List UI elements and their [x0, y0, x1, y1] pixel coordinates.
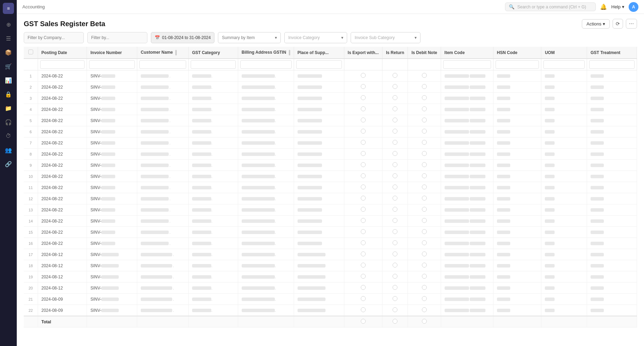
th-invoice-number[interactable]: Invoice Number	[87, 47, 137, 59]
avatar[interactable]: A	[629, 2, 638, 12]
cell-gst-treatment	[587, 126, 637, 137]
table-row[interactable]: 20 2024-08-12 SINV- . . .	[24, 283, 637, 294]
filter-invoice-number[interactable]	[89, 60, 135, 69]
cell-debit-note	[408, 82, 441, 93]
cell-gst-category: .	[188, 93, 238, 104]
cell-billing-gstin: .	[238, 70, 294, 82]
cell-place-supply	[294, 294, 344, 305]
cell-place-supply	[294, 93, 344, 104]
sidebar-icon-package[interactable]: 📦	[2, 46, 15, 59]
help-button[interactable]: Help ▾	[611, 4, 624, 9]
sidebar-icon-time[interactable]: ⏱	[2, 130, 15, 142]
table-row[interactable]: 6 2024-08-22 SINV- . . .	[24, 126, 637, 137]
cell-item-code	[441, 294, 493, 305]
sidebar-icon-chart[interactable]: 📊	[2, 74, 15, 86]
th-gst-category[interactable]: GST Category	[188, 47, 238, 59]
cell-export	[344, 271, 382, 283]
th-gst-treatment[interactable]: GST Treatment	[587, 47, 637, 59]
table-row[interactable]: 2 2024-08-22 SINV- . . .	[24, 82, 637, 93]
table-row[interactable]: 7 2024-08-22 SINV- . . .	[24, 137, 637, 149]
cell-place-supply	[294, 104, 344, 115]
cell-debit-note	[408, 249, 441, 260]
table-row[interactable]: 9 2024-08-22 SINV- . . .	[24, 160, 637, 171]
table-row[interactable]: 15 2024-08-22 SINV- . . .	[24, 227, 637, 238]
cell-hsn-code	[493, 104, 541, 115]
filter-uom[interactable]	[543, 60, 585, 69]
table-row[interactable]: 22 2024-08-09 SINV- . . .	[24, 305, 637, 316]
date-range-filter[interactable]: 📅 01-08-2024 to 31-08-2024	[151, 32, 214, 43]
table-row[interactable]: 1 2024-08-22 SINV- . . .	[24, 70, 637, 82]
th-debit-note[interactable]: Is Debit Note	[408, 47, 441, 59]
sidebar-icon-cart[interactable]: 🛒	[2, 60, 15, 73]
table-row[interactable]: 18 2024-08-12 SINV- . . .	[24, 260, 637, 271]
cell-billing-gstin: .	[238, 126, 294, 137]
refresh-button[interactable]: ⟳	[613, 19, 623, 29]
th-place-supply[interactable]: Place of Supp...	[294, 47, 344, 59]
th-uom[interactable]: UOM	[541, 47, 587, 59]
th-export[interactable]: Is Export with...	[344, 47, 382, 59]
filter-posting-date[interactable]	[40, 60, 85, 69]
sidebar-icon-users[interactable]: 👥	[2, 144, 15, 156]
summary-by-dropdown[interactable]: Summary by Item ▾	[218, 32, 281, 43]
cell-item-code	[441, 182, 493, 193]
sidebar-icon-link[interactable]: 🔗	[2, 158, 15, 170]
table-row[interactable]: 4 2024-08-22 SINV- . . .	[24, 104, 637, 115]
sidebar-icon-home[interactable]: ⊕	[2, 18, 15, 31]
th-customer-name[interactable]: Customer Name	[137, 47, 189, 59]
cell-return	[382, 137, 408, 149]
actions-button[interactable]: Actions ▾	[582, 19, 610, 29]
th-item-code[interactable]: Item Code	[441, 47, 493, 59]
cell-item-code	[441, 115, 493, 126]
bell-icon[interactable]: 🔔	[600, 3, 607, 10]
table-row[interactable]: 14 2024-08-22 SINV- . . .	[24, 216, 637, 227]
app-logo[interactable]: ≡	[3, 3, 14, 14]
table-row[interactable]: 3 2024-08-22 SINV- . . .	[24, 93, 637, 104]
refresh-icon: ⟳	[616, 21, 620, 27]
th-posting-date[interactable]: Posting Date	[38, 47, 87, 59]
filter-hsn-code[interactable]	[496, 60, 539, 69]
sidebar-icon-lock[interactable]: 🔒	[2, 88, 15, 100]
th-return[interactable]: Is Return	[382, 47, 408, 59]
cell-customer-name: .	[137, 160, 189, 171]
cell-customer-name: .	[137, 249, 189, 260]
company-filter-input[interactable]	[24, 32, 84, 43]
invoice-category-dropdown[interactable]: Invoice Category ▾	[284, 32, 347, 43]
filter-item-code[interactable]	[443, 60, 491, 69]
table-row[interactable]: 17 2024-08-12 SINV- . . .	[24, 249, 637, 260]
cell-gst-treatment	[587, 294, 637, 305]
sidebar-icon-folder[interactable]: 📁	[2, 102, 15, 114]
table-row[interactable]: 12 2024-08-22 SINV- . . .	[24, 193, 637, 204]
table-row[interactable]: 5 2024-08-22 SINV- . . .	[24, 115, 637, 126]
cell-place-supply	[294, 182, 344, 193]
cell-billing-gstin: .	[238, 249, 294, 260]
filter-billing-gstin[interactable]	[240, 60, 292, 69]
secondary-filter-input[interactable]	[87, 32, 147, 43]
filter-gst-category[interactable]	[191, 60, 236, 69]
search-bar[interactable]: 🔍 Search or type a command (Ctrl + G)	[505, 2, 596, 11]
cell-item-code	[441, 82, 493, 93]
filter-gst-treatment[interactable]	[589, 60, 635, 69]
cell-posting-date: 2024-08-12	[38, 271, 87, 283]
th-hsn-code[interactable]: HSN Code	[493, 47, 541, 59]
cell-place-supply	[294, 193, 344, 204]
cell-debit-note	[408, 171, 441, 182]
table-row[interactable]: 11 2024-08-22 SINV- . . .	[24, 182, 637, 193]
table-row[interactable]: 13 2024-08-22 SINV- . . .	[24, 204, 637, 216]
more-options-button[interactable]: ⋯	[626, 19, 637, 29]
cell-uom	[541, 305, 587, 316]
th-billing-gstin[interactable]: Billing Address GSTIN	[238, 47, 294, 59]
th-checkbox[interactable]	[24, 47, 38, 59]
table-row[interactable]: 16 2024-08-22 SINV- . . .	[24, 238, 637, 249]
invoice-sub-category-dropdown[interactable]: Invoice Sub Category ▾	[351, 32, 420, 43]
cell-posting-date: 2024-08-22	[38, 160, 87, 171]
sidebar-icon-headset[interactable]: 🎧	[2, 116, 15, 128]
data-table-container[interactable]: Posting Date Invoice Number Customer Nam…	[17, 47, 644, 346]
table-row[interactable]: 19 2024-08-12 SINV- . . .	[24, 271, 637, 283]
filter-place-supply[interactable]	[296, 60, 342, 69]
table-row[interactable]: 8 2024-08-22 SINV- . . .	[24, 149, 637, 160]
table-row[interactable]: 21 2024-08-09 SINV- . . .	[24, 294, 637, 305]
table-row[interactable]: 10 2024-08-22 SINV- . . .	[24, 171, 637, 182]
filter-customer-name[interactable]	[139, 60, 186, 69]
cell-billing-gstin: .	[238, 305, 294, 316]
sidebar-icon-list[interactable]: ☰	[2, 32, 15, 45]
